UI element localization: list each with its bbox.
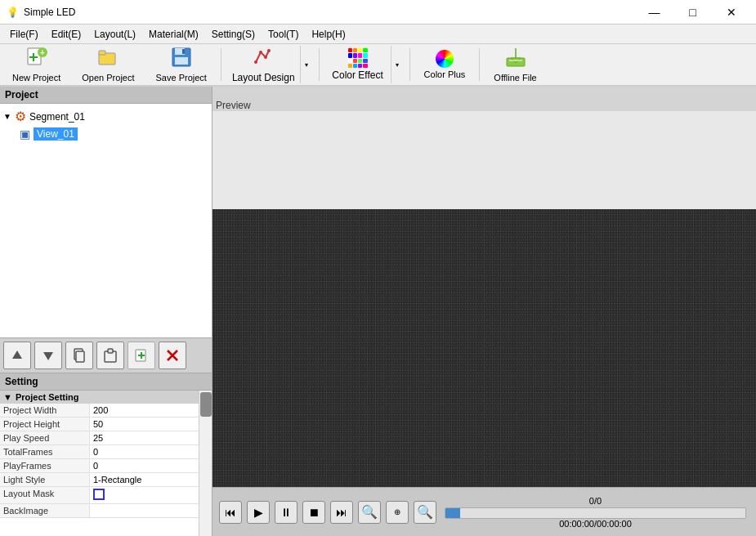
setting-value (90, 504, 199, 517)
rewind-button[interactable]: ⏮ (219, 501, 242, 524)
tree-item-view[interactable]: ▣ View_01 (20, 126, 208, 142)
new-project-button[interactable]: + New Project (3, 46, 69, 83)
delete-button[interactable] (159, 342, 186, 369)
offline-file-icon (505, 47, 526, 71)
menu-layout[interactable]: Layout(L) (87, 25, 142, 43)
color-effect-button[interactable]: Color Effect ▾ (324, 46, 405, 83)
tree-expand-icon[interactable]: ▼ (3, 112, 11, 121)
title-bar-controls: — □ ✕ (636, 1, 749, 24)
svg-rect-6 (99, 51, 105, 55)
zoom-out-button[interactable]: 🔍 (414, 501, 436, 524)
color-effect-arrow[interactable]: ▾ (391, 46, 404, 83)
toolbar-separator-2 (319, 48, 320, 81)
setting-value: 200 (90, 404, 199, 417)
toolbar-separator-3 (409, 48, 410, 81)
offline-file-label: Offline File (494, 73, 536, 83)
svg-rect-10 (182, 49, 185, 54)
layout-design-arrow[interactable]: ▾ (300, 46, 313, 83)
move-down-button[interactable] (34, 342, 62, 369)
svg-rect-2 (33, 53, 34, 61)
stop-button[interactable]: ⏹ (302, 501, 325, 524)
mask-box (93, 489, 105, 500)
main-layout: Project ▼ ⚙ Segment_01 ▣ View_01 (0, 87, 756, 536)
close-button[interactable]: ✕ (713, 1, 749, 24)
setting-key: Layout Mask (0, 487, 90, 503)
setting-value (90, 487, 199, 503)
setting-key: Play Speed (0, 431, 90, 444)
setting-key: TotalFrames (0, 445, 90, 458)
add-button[interactable] (127, 342, 155, 369)
group-label: Project Setting (16, 392, 79, 402)
setting-row: BackImage (0, 504, 199, 518)
color-plus-label: Color Plus (424, 69, 466, 79)
paste-button[interactable] (96, 342, 124, 369)
group-expand-icon: ▼ (3, 392, 12, 402)
menu-material[interactable]: Material(M) (142, 25, 205, 43)
setting-panel-header: Setting (0, 373, 212, 391)
zoom-fit-button[interactable]: ⊕ (386, 501, 409, 524)
playback-bar: ⏮ ▶ ⏸ ⏹ ⏭ 🔍 ⊕ 🔍 0/0 (212, 488, 756, 536)
toolbar-separator-4 (479, 48, 480, 81)
fast-forward-button[interactable]: ⏭ (330, 501, 353, 524)
svg-text:+: + (40, 48, 45, 57)
menu-bar: File(F) Edit(E) Layout(L) Material(M) Se… (0, 25, 756, 44)
bottom-controls: ⏮ ▶ ⏸ ⏹ ⏭ 🔍 ⊕ 🔍 0/0 (212, 487, 756, 536)
setting-value: 50 (90, 418, 199, 431)
project-panel: Project ▼ ⚙ Segment_01 ▣ View_01 (0, 87, 212, 373)
save-project-icon (171, 47, 192, 71)
project-tree[interactable]: ▼ ⚙ Segment_01 ▣ View_01 (0, 104, 212, 337)
maximize-button[interactable]: □ (674, 1, 711, 24)
setting-group-header: ▼ Project Setting (0, 391, 199, 404)
menu-tool[interactable]: Tool(T) (262, 25, 305, 43)
pause-button[interactable]: ⏸ (275, 501, 297, 524)
menu-setting[interactable]: Setting(S) (205, 25, 262, 43)
led-canvas[interactable] (212, 209, 756, 487)
zoom-in-button[interactable]: 🔍 (358, 501, 381, 524)
save-project-button[interactable]: Save Project (147, 46, 216, 83)
svg-rect-26 (138, 355, 145, 356)
progress-bar-container[interactable] (445, 507, 746, 519)
svg-marker-18 (12, 351, 22, 359)
color-effect-label: Color Effect (332, 69, 382, 81)
project-panel-header: Project (0, 87, 212, 104)
layout-design-icon (253, 46, 274, 70)
menu-file[interactable]: File(F) (3, 25, 45, 43)
move-up-button[interactable] (3, 342, 31, 369)
toolbar: + New Project Open Project Save Project (0, 44, 756, 87)
menu-help[interactable]: Help(H) (305, 25, 351, 43)
svg-rect-9 (175, 57, 188, 65)
color-effect-icon (348, 48, 368, 68)
view-icon: ▣ (20, 127, 30, 141)
setting-value: 0 (90, 445, 199, 458)
time-counter: 00:00:00/00:00:00 (445, 519, 746, 529)
copy-button[interactable] (65, 342, 93, 369)
minimize-button[interactable]: — (636, 1, 673, 24)
app-title: Simple LED (24, 7, 75, 18)
app-icon: 💡 (7, 7, 19, 18)
open-project-label: Open Project (82, 73, 134, 83)
layout-design-button[interactable]: Layout Design ▾ (226, 46, 314, 83)
tree-item-segment[interactable]: ▼ ⚙ Segment_01 (3, 107, 208, 126)
svg-point-11 (254, 60, 257, 64)
setting-row: Project Width200 (0, 404, 199, 418)
setting-scrollbar[interactable] (199, 391, 212, 536)
view-label: View_01 (34, 127, 78, 141)
segment-label: Segment_01 (29, 111, 85, 123)
open-project-icon (97, 47, 119, 71)
setting-key: Project Width (0, 404, 90, 417)
setting-table: ▼ Project Setting Project Width200Projec… (0, 391, 212, 536)
open-project-button[interactable]: Open Project (73, 46, 143, 83)
color-plus-button[interactable]: Color Plus (415, 46, 475, 83)
svg-point-13 (264, 56, 267, 59)
play-button[interactable]: ▶ (247, 501, 270, 524)
svg-point-12 (259, 51, 262, 54)
led-grid-container[interactable] (212, 209, 756, 487)
save-project-label: Save Project (156, 73, 207, 83)
setting-content[interactable]: ▼ Project Setting Project Width200Projec… (0, 391, 199, 536)
canvas-area[interactable] (212, 111, 756, 487)
menu-edit[interactable]: Edit(E) (45, 25, 88, 43)
color-effect-main: Color Effect (325, 45, 391, 84)
new-project-icon: + (26, 47, 47, 71)
layout-design-label: Layout Design (232, 72, 295, 83)
offline-file-button[interactable]: Offline File (485, 46, 545, 83)
